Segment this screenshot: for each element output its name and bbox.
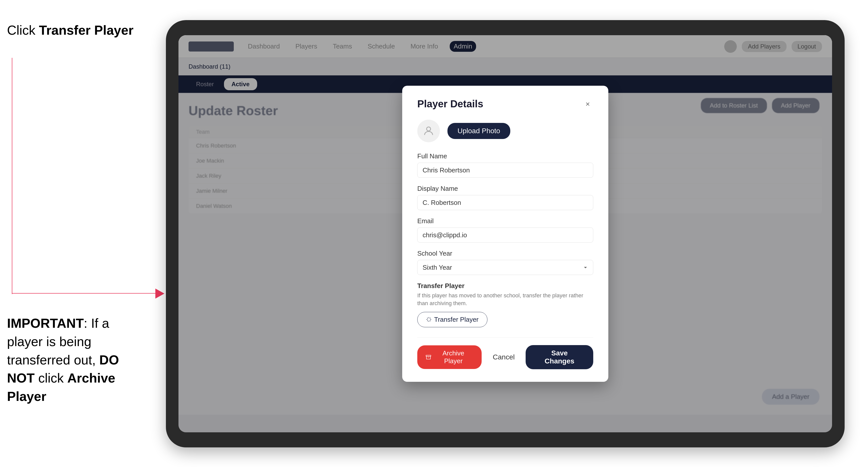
full-name-input[interactable] xyxy=(417,163,593,178)
tablet-device: Dashboard Players Teams Schedule More In… xyxy=(166,20,845,447)
arrow-vertical-line xyxy=(12,58,12,294)
school-year-group: School Year Sixth Year xyxy=(417,250,593,275)
save-changes-button[interactable]: Save Changes xyxy=(526,345,593,369)
archive-player-button[interactable]: Archive Player xyxy=(417,345,482,369)
modal-header: Player Details × xyxy=(417,98,593,110)
display-name-group: Display Name xyxy=(417,185,593,210)
transfer-player-button[interactable]: Transfer Player xyxy=(417,312,488,327)
transfer-section-title: Transfer Player xyxy=(417,282,593,290)
arrow-horizontal-line xyxy=(12,293,160,293)
avatar-upload-row: Upload Photo xyxy=(417,120,593,142)
full-name-group: Full Name xyxy=(417,152,593,178)
cancel-button[interactable]: Cancel xyxy=(487,349,521,365)
modal-close-button[interactable]: × xyxy=(582,98,593,110)
person-icon xyxy=(423,125,435,137)
school-year-select[interactable]: Sixth Year xyxy=(417,260,593,275)
svg-point-0 xyxy=(427,127,431,131)
full-name-label: Full Name xyxy=(417,152,593,160)
instruction-click: Click Transfer Player xyxy=(7,23,133,38)
modal-title: Player Details xyxy=(417,98,483,110)
archive-btn-label: Archive Player xyxy=(434,349,473,365)
modal-overlay: Player Details × Upload Photo Full N xyxy=(179,35,832,432)
archive-icon xyxy=(426,354,431,360)
player-details-modal: Player Details × Upload Photo Full N xyxy=(402,86,608,382)
display-name-label: Display Name xyxy=(417,185,593,192)
avatar-placeholder xyxy=(417,120,440,142)
transfer-icon xyxy=(426,317,432,322)
modal-footer: Archive Player Cancel Save Changes xyxy=(417,337,593,369)
transfer-section-description: If this player has moved to another scho… xyxy=(417,292,593,307)
email-group: Email xyxy=(417,217,593,243)
school-year-label: School Year xyxy=(417,250,593,257)
email-label: Email xyxy=(417,217,593,225)
tablet-screen: Dashboard Players Teams Schedule More In… xyxy=(179,35,832,432)
transfer-player-section: Transfer Player If this player has moved… xyxy=(417,282,593,327)
upload-photo-button[interactable]: Upload Photo xyxy=(447,123,510,139)
email-input[interactable] xyxy=(417,227,593,243)
display-name-input[interactable] xyxy=(417,195,593,210)
arrow-head xyxy=(155,288,164,299)
instruction-important: IMPORTANT: If a player is being transfer… xyxy=(7,314,148,406)
transfer-btn-label: Transfer Player xyxy=(434,316,478,323)
